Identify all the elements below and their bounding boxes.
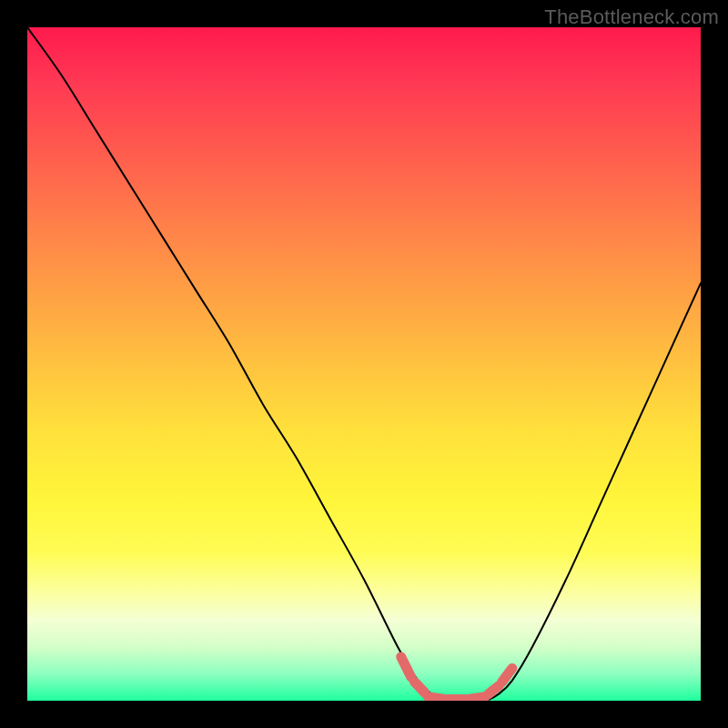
chart-frame: TheBottleneck.com — [0, 0, 728, 728]
flat-region-dash — [401, 657, 411, 677]
flat-region-marker — [401, 657, 512, 700]
watermark-text: TheBottleneck.com — [544, 5, 719, 29]
bottleneck-curve — [27, 27, 701, 701]
flat-region-dash — [502, 668, 512, 682]
chart-overlay-svg — [27, 27, 701, 701]
chart-plot-area — [27, 27, 701, 701]
flat-region-dash — [415, 682, 425, 693]
flat-region-dash — [469, 697, 486, 700]
flat-region-dash — [428, 697, 445, 700]
flat-region-dash — [489, 686, 499, 694]
